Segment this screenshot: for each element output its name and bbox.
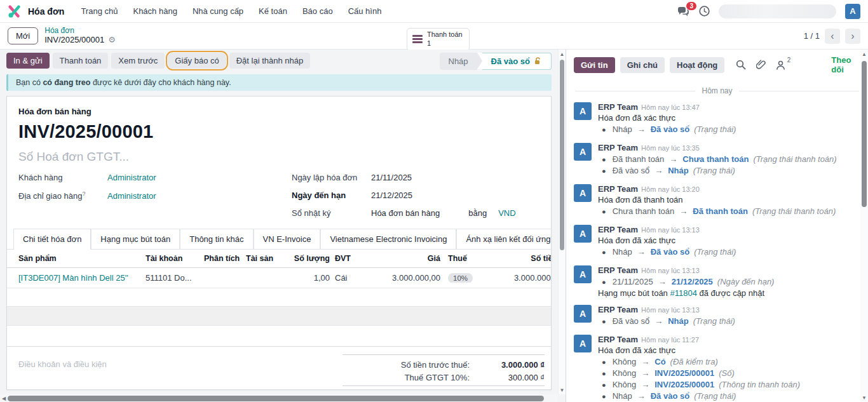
quantity-cell[interactable]: 1,00 <box>285 273 330 283</box>
pager-previous-button[interactable]: ‹ <box>825 29 840 44</box>
account-cell[interactable]: 511101 Do... <box>146 273 204 283</box>
message-text: Hóa đơn đã xác thực <box>598 236 859 245</box>
followers-icon[interactable]: 2 <box>776 60 785 70</box>
column-header-6[interactable]: Giá <box>363 254 440 263</box>
column-header-4[interactable]: Số lượng <box>285 254 330 263</box>
old-value: Không <box>613 368 637 378</box>
main-vertical-scrollbar[interactable]: ▲ ▼ <box>558 50 566 394</box>
action-button-3[interactable]: Giấy báo có <box>168 53 226 69</box>
column-header-5[interactable]: ĐVT <box>330 254 363 263</box>
action-button-2[interactable]: Xem trước <box>111 53 165 69</box>
company-name-redacted[interactable] <box>719 4 836 18</box>
message-author[interactable]: ERP Team <box>598 102 638 112</box>
status-step-0[interactable]: Nháp <box>440 53 477 70</box>
pager-counter: 1 / 1 <box>804 31 820 41</box>
follow-button[interactable]: Theo dõi <box>831 55 860 74</box>
messages-badge: 3 <box>686 2 696 10</box>
field-value[interactable]: Hóa đơn bán hàng <box>371 208 440 218</box>
field-value[interactable]: Administrator <box>107 173 156 182</box>
price-cell[interactable]: 3.000.000,00 <box>363 273 440 283</box>
menu-item-3[interactable]: Kế toán <box>252 3 294 20</box>
log-note-button[interactable]: Ghi chú <box>620 57 665 73</box>
main-horizontal-scrollbar[interactable]: ◀ <box>0 394 558 402</box>
menu-item-1[interactable]: Khách hàng <box>126 3 183 20</box>
send-message-button[interactable]: Gửi tin <box>574 57 615 73</box>
scroll-left-icon[interactable]: ◀ <box>0 396 8 401</box>
column-header-2[interactable]: Phân tích <box>204 254 246 263</box>
gear-icon[interactable]: ⚙ <box>108 36 116 45</box>
product-cell[interactable]: [IT3DE007] Màn hình Dell 25'' <box>18 273 146 283</box>
status-step-1[interactable]: Đã vào sổ <box>482 53 552 70</box>
tracking-change: ●Không→INV/2025/00001(Thông tin thanh to… <box>602 380 859 389</box>
user-avatar[interactable]: A <box>845 4 860 19</box>
bullet-icon: ● <box>602 392 606 400</box>
tab-2[interactable]: Thông tin khác <box>180 229 253 249</box>
field-row: Sổ nhật kýHóa đơn bán hàngbằngVND <box>292 208 516 218</box>
vat-number-placeholder[interactable]: Số Hoá đơn GTGT... <box>18 150 539 164</box>
column-header-3[interactable]: Tài sản <box>246 254 285 263</box>
app-name[interactable]: Hóa đơn <box>28 6 64 17</box>
scroll-up-icon[interactable]: ▲ <box>862 50 867 58</box>
breadcrumb-parent[interactable]: Hóa đơn <box>44 27 116 36</box>
menu-item-0[interactable]: Trang chủ <box>74 3 124 20</box>
message-author[interactable]: ERP Team <box>598 225 638 234</box>
scroll-up-icon[interactable]: ▲ <box>560 50 565 58</box>
field-value[interactable]: 21/11/2025 <box>371 173 412 182</box>
column-header-8[interactable]: Số tiền <box>482 254 552 263</box>
message-avatar[interactable]: A <box>574 305 592 323</box>
messages-icon[interactable]: 3 <box>677 6 690 17</box>
message-avatar[interactable]: A <box>574 184 592 202</box>
message-avatar[interactable]: A <box>574 265 592 283</box>
tab-4[interactable]: Vietnamese Electronic Invoicing <box>320 229 456 249</box>
pager-next-button[interactable]: › <box>845 29 860 44</box>
activity-clock-icon[interactable] <box>699 6 710 17</box>
column-header-7[interactable]: Thuế <box>440 254 482 263</box>
menu-item-5[interactable]: Cấu hình <box>342 3 388 20</box>
uom-cell[interactable]: Cái <box>330 273 363 283</box>
table-row[interactable]: [IT3DE007] Màn hình Dell 25''511101 Do..… <box>7 268 551 288</box>
tax-value: 300.000 ₫ <box>470 373 545 382</box>
terms-placeholder[interactable]: Điều khoản và điều kiện <box>18 354 107 390</box>
message-avatar[interactable]: A <box>574 143 592 161</box>
field-value[interactable]: Administrator <box>107 191 156 201</box>
activities-button[interactable]: Hoạt động <box>670 57 724 73</box>
action-button-1[interactable]: Thanh toán <box>53 53 109 69</box>
search-icon[interactable] <box>736 60 746 70</box>
action-button-4[interactable]: Đặt lại thành nháp <box>229 53 311 69</box>
message-author[interactable]: ERP Team <box>598 265 638 275</box>
message-author[interactable]: ERP Team <box>598 335 638 344</box>
message-author[interactable]: ERP Team <box>598 143 638 152</box>
field-value[interactable]: 21/12/2025 <box>371 191 412 200</box>
tab-5[interactable]: Ánh xạ liên kết đối ứng <box>456 229 552 249</box>
journal-item-link[interactable]: #11804 <box>670 288 696 298</box>
empty-line[interactable] <box>7 288 551 307</box>
notebook-tabs: Chi tiết hóa đơnHạng mục bút toánThông t… <box>7 229 551 250</box>
message-avatar[interactable]: A <box>574 225 592 243</box>
message-list: AERP TeamHôm nay lúc 13:47Hóa đơn đã xác… <box>566 98 868 402</box>
scroll-down-icon[interactable]: ▼ <box>862 393 867 402</box>
message-avatar[interactable]: A <box>574 335 592 352</box>
action-buttons: In & gửiThanh toánXem trướcGiấy báo cóĐặ… <box>6 53 310 69</box>
column-header-1[interactable]: Tài khoản <box>146 254 204 263</box>
message-avatar[interactable]: A <box>574 102 592 120</box>
message-author[interactable]: ERP Team <box>598 305 638 314</box>
currency-link[interactable]: VND <box>498 208 515 218</box>
scroll-down-icon[interactable]: ▼ <box>560 385 565 394</box>
tab-1[interactable]: Hạng mục bút toán <box>91 229 180 249</box>
new-button[interactable]: Mới <box>8 27 38 44</box>
tax-cell[interactable]: 10% <box>440 273 482 283</box>
tab-0[interactable]: Chi tiết hóa đơn <box>13 229 91 249</box>
bullet-icon: ● <box>602 126 606 133</box>
chatter-vertical-scrollbar[interactable]: ▲ ▼ <box>860 50 868 402</box>
tracking-change: ●Chưa thanh toán→Đã thanh toán(Trạng thá… <box>602 206 859 216</box>
field-name: (Ngày đến hạn) <box>717 277 775 286</box>
menu-item-2[interactable]: Nhà cung cấp <box>186 3 250 20</box>
tab-3[interactable]: VN E-Invoice <box>254 229 321 249</box>
action-button-0[interactable]: In & gửi <box>6 53 50 69</box>
column-header-0[interactable]: Sản phẩm <box>18 254 146 263</box>
attachments-icon[interactable] <box>756 60 766 70</box>
old-value: Đã thanh toán <box>613 154 665 164</box>
payments-stat-button[interactable]: Thanh toán 1 <box>407 28 470 51</box>
message-author[interactable]: ERP Team <box>598 184 638 194</box>
menu-item-4[interactable]: Báo cáo <box>296 3 339 20</box>
